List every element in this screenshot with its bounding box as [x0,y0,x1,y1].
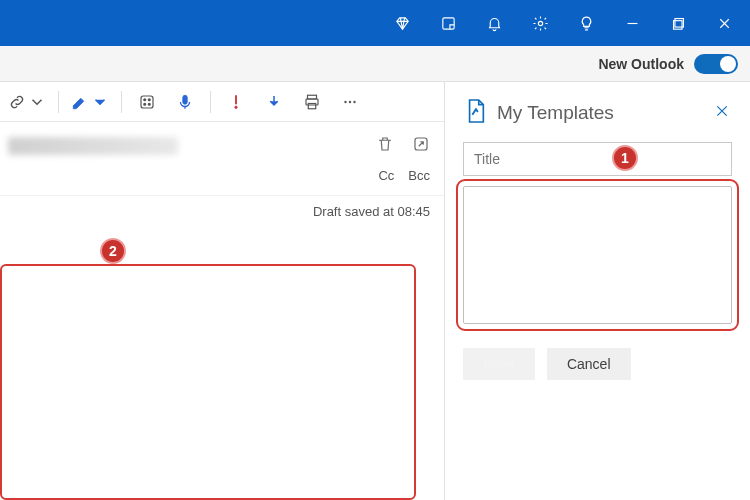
callout-marker-2: 2 [100,238,126,264]
svg-point-15 [349,100,351,102]
title-bar [0,0,750,46]
note-icon[interactable] [426,0,470,46]
link-button[interactable] [4,85,50,119]
more-button[interactable] [333,85,367,119]
svg-rect-13 [308,103,316,108]
svg-point-8 [148,103,150,105]
signature-button[interactable] [67,85,113,119]
template-title-input[interactable] [463,142,732,176]
sub-bar: New Outlook [0,46,750,82]
recipient-blurred [8,137,178,155]
svg-point-10 [235,106,237,108]
save-button[interactable]: Save [463,348,535,380]
toolbar-divider [210,91,211,113]
template-body-input[interactable] [463,186,732,324]
premium-icon[interactable] [380,0,424,46]
minimize-icon[interactable] [610,0,654,46]
popout-icon[interactable] [412,135,430,157]
print-button[interactable] [295,85,329,119]
svg-point-6 [148,98,150,100]
new-outlook-label: New Outlook [598,56,684,72]
maximize-icon[interactable] [656,0,700,46]
svg-point-7 [144,103,146,105]
discard-icon[interactable] [376,135,394,157]
svg-rect-4 [141,96,153,108]
draft-status: Draft saved at 08:45 [0,196,444,225]
lightbulb-icon[interactable] [564,0,608,46]
bcc-button[interactable]: Bcc [408,168,430,183]
svg-point-16 [353,100,355,102]
panel-title: My Templates [497,102,614,124]
compose-toolbar [0,82,444,122]
callout-marker-1: 1 [612,145,638,171]
bell-icon[interactable] [472,0,516,46]
svg-rect-0 [442,17,453,28]
cc-button[interactable]: Cc [378,168,394,183]
message-header: Cc Bcc [0,122,444,196]
importance-button[interactable] [219,85,253,119]
svg-rect-9 [183,95,188,104]
compose-pane: Cc Bcc Draft saved at 08:45 2 [0,82,444,500]
svg-point-14 [344,100,346,102]
svg-point-1 [538,21,542,25]
toolbar-divider [121,91,122,113]
compose-body[interactable] [0,264,416,500]
toolbar-divider [58,91,59,113]
panel-close-icon[interactable] [714,103,730,123]
gear-icon[interactable] [518,0,562,46]
download-button[interactable] [257,85,291,119]
cancel-button[interactable]: Cancel [547,348,631,380]
new-outlook-toggle[interactable] [694,54,738,74]
apps-button[interactable] [130,85,164,119]
svg-point-5 [144,98,146,100]
templates-panel: My Templates 1 Save Cancel [444,82,750,500]
templates-doc-icon [465,98,487,128]
close-icon[interactable] [702,0,746,46]
dictate-button[interactable] [168,85,202,119]
